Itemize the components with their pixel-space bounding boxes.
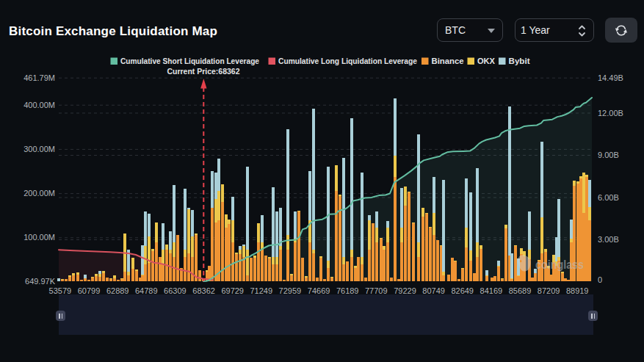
svg-text:300.00M: 300.00M — [23, 145, 55, 153]
svg-text:Bybit: Bybit — [509, 57, 530, 65]
svg-text:200.00M: 200.00M — [23, 189, 55, 198]
svg-text:Current Price:68362: Current Price:68362 — [167, 67, 240, 76]
svg-text:100.00M: 100.00M — [23, 233, 55, 242]
svg-text:Cumulative Short Liquidation L: Cumulative Short Liquidation Leverage — [120, 57, 259, 65]
svg-text:Cumulative Long Liquidation Le: Cumulative Long Liquidation Leverage — [278, 57, 417, 65]
svg-text:9.00B: 9.00B — [598, 151, 619, 159]
svg-text:Binance: Binance — [432, 57, 464, 65]
svg-text:3.00B: 3.00B — [598, 235, 619, 244]
svg-text:0: 0 — [598, 275, 602, 284]
svg-text:649.97K: 649.97K — [25, 277, 56, 286]
svg-text:6.00B: 6.00B — [598, 193, 619, 202]
svg-text:14.49B: 14.49B — [598, 73, 623, 82]
svg-text:461.79M: 461.79M — [23, 73, 55, 82]
svg-text:OKX: OKX — [477, 57, 496, 65]
svg-text:coinglass: coinglass — [535, 258, 584, 272]
svg-text:12.00B: 12.00B — [598, 109, 623, 117]
svg-text:400.00M: 400.00M — [23, 101, 55, 109]
